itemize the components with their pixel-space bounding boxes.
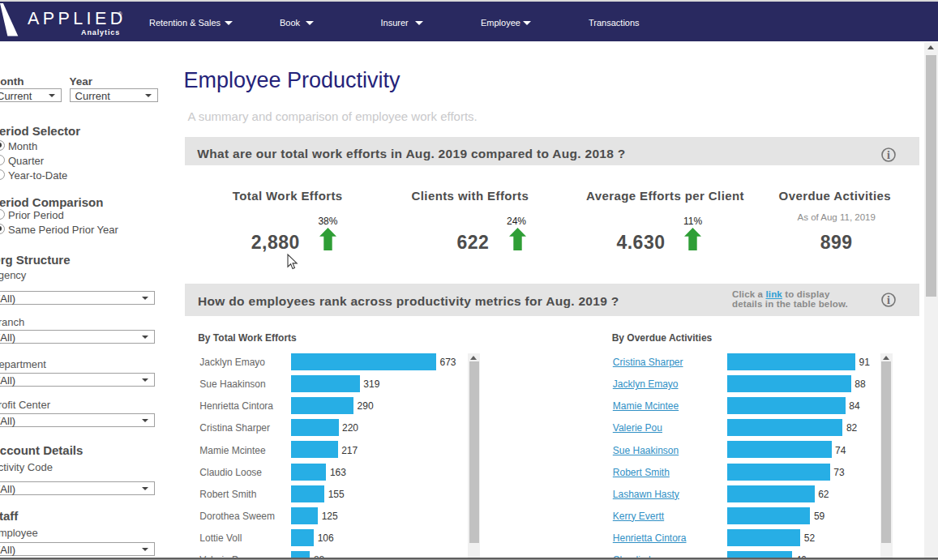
svg-text:i: i [887, 294, 890, 306]
svg-text:i: i [887, 148, 890, 160]
